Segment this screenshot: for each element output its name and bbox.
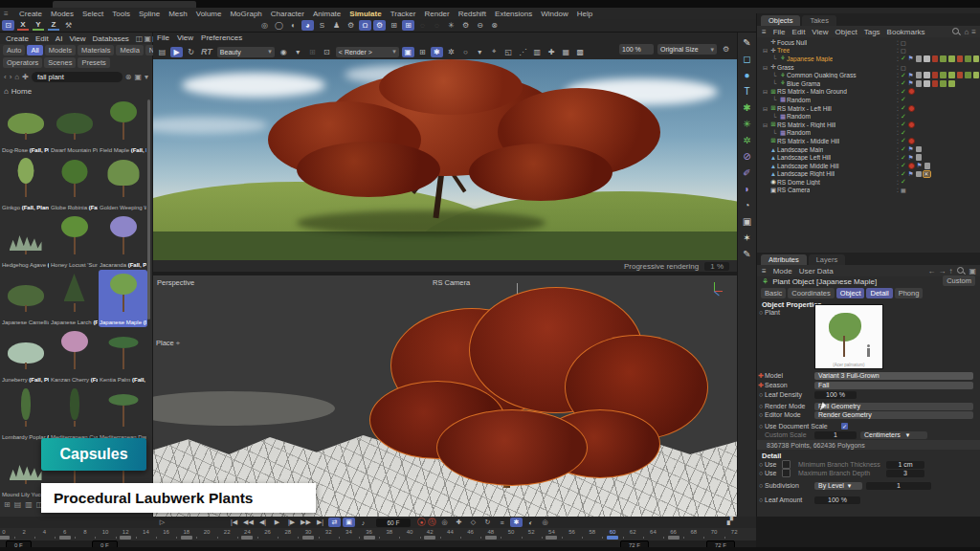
asset-view-list-icon[interactable]: ▤ (14, 500, 22, 509)
bend-icon[interactable]: ◗ (740, 182, 754, 196)
menu-modes[interactable]: Modes (51, 10, 74, 18)
visibility-dots-icon[interactable]: ⁚ (897, 179, 899, 186)
visibility-dots-icon[interactable]: ⁚ (897, 146, 899, 153)
flag-tag-icon[interactable]: ⚑ (908, 72, 914, 79)
model-dropdown[interactable]: Variant 3 Full-Grown (814, 372, 973, 380)
material-swatch[interactable] (924, 163, 931, 169)
flag-tag-icon[interactable]: ⚑ (908, 154, 914, 162)
object-tree-item[interactable]: ⊟⊞RS Matrix - Left Hill⁚✓ (757, 104, 980, 113)
enabled-check-icon[interactable]: ✓ (901, 121, 906, 128)
document-tab[interactable] (53, 1, 196, 8)
visibility-dots-icon[interactable]: ⁚ (897, 55, 899, 62)
menu-spline[interactable]: Spline (139, 10, 160, 18)
object-tree-item[interactable]: └⚘Blue Grama⁚✓⚑ (757, 79, 980, 88)
aov-icon[interactable]: ◉ (278, 47, 290, 57)
tab-objects[interactable]: Objects (761, 15, 800, 26)
cross-circle-icon[interactable]: ⊗ (488, 20, 501, 31)
section-tab-phong[interactable]: Phong (895, 288, 924, 298)
filter-tab-all[interactable]: All (27, 45, 42, 55)
subdivision-mode-dropdown[interactable]: By Level▾ (814, 482, 862, 490)
add-image-icon[interactable]: ✚ (546, 47, 558, 57)
visibility-dots-icon[interactable]: ⁚ (897, 97, 899, 103)
nav-back-icon[interactable]: ‹ (4, 73, 7, 81)
open-icon[interactable]: ▤ (156, 47, 168, 57)
asset-menu-view[interactable]: View (69, 34, 85, 43)
key-selection-icon[interactable]: ◎ (438, 518, 451, 527)
object-tree-item[interactable]: ▣RS Camera⁚▦ (757, 187, 980, 195)
minus-circle-icon[interactable]: ⊖ (474, 20, 486, 31)
path-icon[interactable]: ⌂ (964, 28, 969, 36)
flag-tag-icon[interactable]: ⚑ (908, 170, 914, 178)
grid-b-icon[interactable]: ⊞ (402, 20, 414, 31)
nav-back-icon[interactable]: ← (927, 267, 935, 276)
keyframe-marker[interactable] (668, 536, 679, 540)
play-icon[interactable]: ▶ (271, 518, 283, 527)
clear-search-icon[interactable]: ⊗ (125, 73, 132, 81)
menu-render[interactable]: Render (424, 10, 449, 18)
fracture-icon[interactable]: ✳ (740, 117, 754, 131)
enabled-check-icon[interactable]: ✓ (901, 145, 906, 153)
timeline-expand-icon[interactable]: ▷ (156, 518, 168, 527)
plant-item[interactable]: Japanese Maple (Fall, ... (99, 270, 147, 327)
plant-item[interactable]: Dwarf Mountain Pine (... (50, 98, 99, 155)
burst-gear-icon[interactable]: ⚙ (459, 20, 472, 31)
matrix-icon[interactable]: ✲ (740, 133, 754, 147)
menu-window[interactable]: Window (541, 10, 568, 18)
next-frame-icon[interactable]: |▶ (285, 518, 298, 527)
aov-arrow-icon[interactable]: ▾ (292, 47, 304, 57)
sim-circle-2-icon[interactable]: ◯ (273, 20, 285, 31)
axis-z-button[interactable]: Z (48, 20, 59, 31)
menu-extensions[interactable]: Extensions (495, 10, 532, 18)
section-tab-detail[interactable]: Detail (866, 288, 892, 298)
object-menu-tags[interactable]: Tags (864, 28, 880, 36)
sim-softbody-icon[interactable]: ◕ (301, 20, 314, 31)
home-icon[interactable]: ⌂ (14, 73, 19, 81)
search-icon[interactable] (952, 28, 959, 34)
sub-tab-operators[interactable]: Operators (3, 57, 42, 68)
plant-item[interactable]: Jacaranda (Fall, Plant) (99, 212, 147, 270)
enabled-check-icon[interactable]: ✓ (901, 137, 906, 144)
plant-item[interactable]: Juneberry (Fall, Plant) (1, 327, 50, 385)
flag-tag-icon[interactable]: ⚑ (908, 145, 914, 153)
render-mode-dropdown[interactable]: Full Geometry (814, 403, 973, 410)
material-swatch[interactable] (924, 72, 930, 78)
visibility-dots-icon[interactable]: ⁚ (897, 47, 899, 54)
perspective-viewport[interactable]: Perspective RS Camera Place ⌖ (153, 276, 737, 517)
filter-tab-auto[interactable]: Auto (3, 45, 25, 55)
object-menu-bookmarks[interactable]: Bookmarks (887, 28, 925, 36)
keyframe-marker[interactable] (546, 536, 557, 540)
play-icon[interactable]: ▶ (170, 47, 183, 57)
keyframe-box-icon[interactable]: ▣ (343, 518, 355, 527)
prev-frame-icon[interactable]: ◀| (256, 518, 269, 527)
autokey-icon[interactable]: Ⓐ (428, 518, 436, 526)
material-swatch[interactable] (948, 72, 955, 78)
plant-item[interactable]: Japanese Larch (Fall, Pl... (50, 270, 99, 327)
grid-icon[interactable]: ⊞ (306, 47, 319, 57)
crop-icon[interactable]: ⊡ (321, 47, 333, 57)
magnet-icon[interactable]: Ω (359, 20, 371, 31)
stop-tag-icon[interactable] (908, 88, 915, 95)
keyframe-marker[interactable] (59, 536, 71, 540)
add-icon[interactable]: ✚ (22, 73, 29, 81)
solo-a-icon[interactable]: ◐ (524, 518, 537, 527)
visibility-dots-icon[interactable]: ⁚ (897, 129, 899, 136)
object-menu-burger-icon[interactable]: ≡ (762, 28, 767, 36)
clone-icon[interactable]: ▩ (574, 47, 587, 57)
editor-mode-dropdown[interactable]: Render Geometry (814, 411, 973, 419)
menu-character[interactable]: Character (271, 10, 304, 18)
plant-item[interactable]: Lombardy Poplar (Fall... (1, 385, 50, 442)
plant-item[interactable]: Hedgehog Agave (Fall... (1, 212, 50, 270)
asset-view-grid-icon[interactable]: ⊞ (4, 500, 11, 509)
object-menu-view[interactable]: View (812, 28, 828, 36)
plant-item[interactable]: Japanese Camellia (Fal... (1, 270, 50, 327)
plant-item[interactable]: Ginkgo (Fall, Plant) (1, 155, 50, 212)
axis-y-button[interactable]: Y (33, 20, 44, 31)
dim-1-icon[interactable]: ◌ (416, 20, 429, 31)
flag-tag-icon[interactable]: ⚑ (917, 162, 923, 169)
section-tab-object[interactable]: Object (836, 288, 865, 298)
object-tree-item[interactable]: ⊟⊞RS Matrix - Main Ground⁚✓ (757, 88, 980, 97)
spline-wrap-icon[interactable]: ✐ (740, 165, 754, 180)
plant-item[interactable]: Globe Robinia (Fall, Pl... (50, 155, 99, 212)
object-menu-object[interactable]: Object (835, 28, 858, 36)
section-tab-coordinates[interactable]: Coordinates (788, 288, 834, 298)
